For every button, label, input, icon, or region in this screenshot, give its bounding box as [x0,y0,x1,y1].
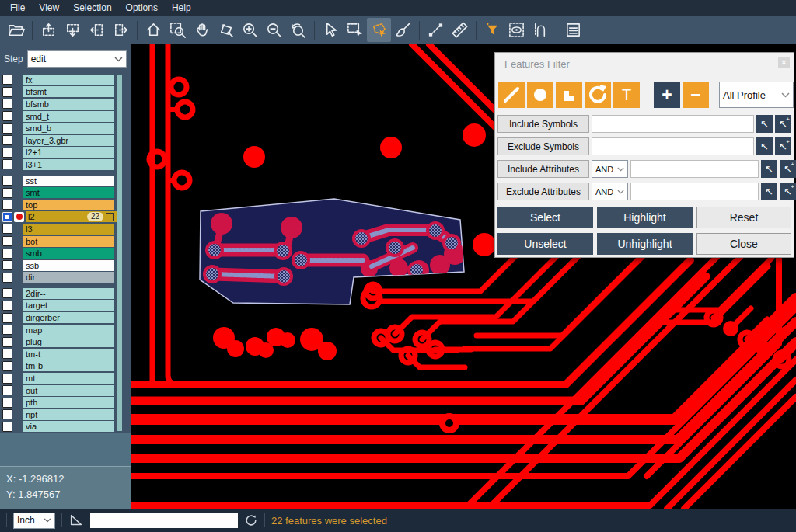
active-layer-dot[interactable] [14,212,24,222]
layer-checkbox[interactable] [2,301,12,311]
include-attributes-pick-add-button[interactable]: ↖+ [780,160,796,178]
layer-row-dirgerber[interactable]: dirgerber [0,311,131,324]
layer-checkbox[interactable] [2,398,12,408]
step-select[interactable]: edit [27,50,127,68]
view-eye-button[interactable] [504,18,529,42]
layer-row-bfsmb[interactable]: bfsmb [0,98,131,110]
layer-row-map[interactable]: map [0,324,131,336]
menu-item-options[interactable]: Options [119,2,165,14]
layer-row-bot[interactable]: bot [0,235,131,248]
layer-checkbox[interactable] [2,409,12,419]
shift-left-button[interactable] [85,18,109,42]
layer-row-sst[interactable]: sst [0,175,131,187]
layer-label[interactable]: mt [23,373,114,384]
layer-row-smb[interactable]: smb [0,247,131,259]
layer-checkbox[interactable] [2,75,12,85]
select-cursor-button[interactable] [319,18,343,42]
layer-checkbox[interactable] [2,374,12,384]
close-icon[interactable]: ✕ [778,57,790,68]
layer-checkbox[interactable] [2,325,12,335]
layer-row-fx[interactable]: fx [0,74,131,86]
unhighlight-button[interactable]: Unhighlight [597,233,693,255]
layer-row-ssb[interactable]: ssb [0,259,131,272]
layer-checkbox[interactable] [2,273,12,283]
menu-item-view[interactable]: View [32,2,66,14]
zoom-out-button[interactable] [262,18,286,42]
layer-row-smt[interactable]: smt [0,186,131,199]
layer-row-npt[interactable]: npt [0,409,131,421]
layer-label[interactable]: sst [23,176,114,186]
layer-label[interactable]: smb [23,248,114,259]
snap-loop-button[interactable] [529,18,553,42]
layer-label[interactable]: out [23,385,114,396]
reset-button[interactable]: Reset [696,207,791,228]
layer-row-l2[interactable]: l222 [0,211,131,224]
layer-row-smd-t[interactable]: smd_t [0,110,131,123]
layer-label[interactable]: smd_b [23,123,114,134]
layer-row-tm-b[interactable]: tm-b [0,360,131,373]
menu-item-selection[interactable]: Selection [66,2,118,14]
layer-label[interactable]: layer_3.gbr [23,135,114,146]
layer-label[interactable]: top [23,200,114,210]
layer-label[interactable]: target [23,300,114,311]
layer-label[interactable]: fx [23,75,114,85]
unit-select[interactable]: Inch [13,513,55,529]
filter-pad-button[interactable] [527,82,553,108]
layer-checkbox[interactable] [2,313,12,323]
layer-label[interactable]: pth [23,397,114,408]
filter-arc-button[interactable] [585,82,611,108]
layer-label[interactable]: tm-t [23,349,114,360]
exclude-symbols-pick-add-button[interactable]: ↖+ [775,137,791,155]
layer-checkbox[interactable] [2,422,12,432]
layer-checkbox[interactable] [2,111,12,121]
filter-surface-button[interactable] [556,82,582,108]
shift-down-button[interactable] [61,18,85,42]
layer-label[interactable]: bot [23,236,114,247]
layer-label[interactable]: npt [23,409,114,420]
layer-checkbox[interactable] [2,236,12,246]
layer-row-l3[interactable]: l3 [0,223,131,235]
shift-right-button[interactable] [109,18,133,42]
features-filter-button[interactable] [480,18,504,42]
select-rect-button[interactable] [343,18,367,42]
layer-checkbox[interactable] [2,87,12,97]
exclude-attributes-button[interactable]: Exclude Attributes [498,183,589,200]
exclude-attributes-input[interactable] [630,183,759,200]
layer-label[interactable]: l2+1 [23,147,114,158]
include-symbols-input[interactable] [592,115,754,133]
layer-row-smd-b[interactable]: smd_b [0,122,131,134]
layer-label[interactable]: smd_t [23,111,114,122]
layer-row-plug[interactable]: plug [0,336,131,348]
layers-panel-button[interactable] [561,18,585,42]
layer-label[interactable]: dirgerber [23,312,114,323]
menu-item-help[interactable]: Help [165,2,198,14]
include-attributes-button[interactable]: Include Attributes [498,160,589,178]
layer-checkbox[interactable] [2,349,12,359]
zoom-previous-button[interactable] [286,18,310,42]
layer-checkbox[interactable] [2,135,12,145]
layer-row-via[interactable]: via [0,421,131,433]
zoom-area-button[interactable] [166,18,190,42]
layer-label[interactable]: map [23,325,114,336]
layer-row-out[interactable]: out [0,384,131,397]
layer-checkbox[interactable] [2,188,12,198]
layer-row-top[interactable]: top [0,199,131,211]
layer-label[interactable]: plug [23,336,114,347]
exclude-symbols-button[interactable]: Exclude Symbols [498,137,589,155]
include-attributes-input[interactable] [630,160,759,178]
layer-row-2dir-[interactable]: 2dir-- [0,287,131,300]
include-attributes-operator-select[interactable]: AND [592,160,628,178]
layer-row-tm-t[interactable]: tm-t [0,348,131,360]
layer-row-pth[interactable]: pth [0,396,131,409]
layer-label[interactable]: 2dir-- [23,288,114,299]
layer-checkbox[interactable] [2,99,12,109]
add-filter-button[interactable]: + [654,82,680,108]
refresh-icon[interactable] [244,513,258,527]
layer-checkbox[interactable] [2,212,12,222]
pan-hand-button[interactable] [190,18,214,42]
layer-checkbox[interactable] [2,385,12,395]
remove-filter-button[interactable]: − [683,82,709,108]
close-button[interactable]: Close [696,233,791,255]
layer-label[interactable]: bfsmt [23,86,114,97]
layer-checkbox[interactable] [2,337,12,347]
